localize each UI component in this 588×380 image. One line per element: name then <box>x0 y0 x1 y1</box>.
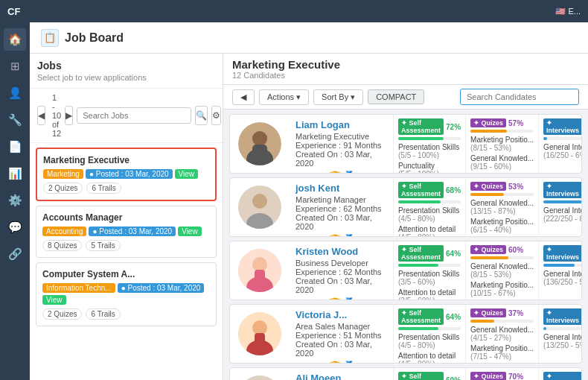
quizes-header: ✦ Quizes 70% <box>470 372 534 380</box>
jobs-search-btn[interactable]: 🔍 <box>195 106 208 125</box>
star-icon: ★ <box>307 171 316 174</box>
candidates-list: Liam Logan Marketing Executive Experienc… <box>223 110 588 380</box>
quizes-col: ✦ Quizes 37% General Knowled...(4/15 - 2… <box>466 305 539 363</box>
quiz-pct: 57% <box>508 119 523 127</box>
sidebar-grid[interactable]: ⊞ <box>4 55 26 77</box>
nav-prev-btn[interactable]: ◀ <box>232 89 255 105</box>
candidate-experience: Experience : 91 Months <box>295 141 387 150</box>
quiz-pct: 37% <box>508 309 523 317</box>
star-icon: ★ <box>295 171 304 174</box>
candidate-avatar <box>230 178 290 236</box>
candidate-avatar <box>230 368 290 380</box>
avatar <box>238 312 281 355</box>
candidate-role: Marketing Manager <box>295 195 387 204</box>
page-title: Job Board <box>65 31 124 45</box>
interviews-col: ✦ Interviews 6% General Interview(16/250… <box>539 115 582 173</box>
svg-rect-12 <box>255 270 265 282</box>
job-card[interactable]: Marketing ExecutiveMarketing● Posted : 0… <box>36 148 217 201</box>
sidebar-user[interactable]: 👤 <box>4 82 26 104</box>
quiz-bar-container <box>470 193 534 196</box>
sidebar-home[interactable]: 🏠 <box>4 28 26 51</box>
inter-badge: ✦ Interviews <box>543 118 582 135</box>
jobs-toolbar: ◀ 1 - 10 of 12 ▶ 🔍 ⚙ <box>30 89 223 143</box>
candidate-avatar <box>230 305 290 363</box>
candidate-name[interactable]: Liam Logan <box>295 119 387 130</box>
job-tag[interactable]: View <box>175 169 199 179</box>
sidebar-settings[interactable]: ⚙️ <box>4 189 26 212</box>
candidate-name[interactable]: Ali Moeen <box>295 373 387 380</box>
app-logo: CF <box>7 6 20 17</box>
self-item: Presentation Skills(4/5 - 80%) <box>398 206 461 223</box>
svg-point-7 <box>252 194 267 209</box>
jobs-search-input[interactable] <box>77 107 191 124</box>
sidebar-chart[interactable]: 📊 <box>4 162 26 185</box>
inter-bar-container <box>543 137 582 140</box>
content-area: Jobs Select job to view applications ◀ 1… <box>30 54 588 380</box>
page-header: 📋 Job Board <box>30 22 588 54</box>
candidate-icons: ★ ★ ★ 🏆 🥇 <box>295 361 387 364</box>
quiz-item: Marketing Positio...(8/15 - 53%) <box>470 136 534 152</box>
jobs-subtitle: Select job to view applications <box>37 73 215 82</box>
jobs-filter-btn[interactable]: ⚙ <box>211 106 221 125</box>
quiz-bar <box>470 193 504 196</box>
sidebar-doc[interactable]: 📄 <box>4 136 26 158</box>
sort-by-btn[interactable]: Sort By ▾ <box>313 89 363 105</box>
trophy-icon: 🏆 <box>329 361 341 364</box>
candidate-experience: Experience : 62 Months <box>295 267 387 276</box>
candidate-role: Marketing Executive <box>295 132 387 141</box>
job-badge: 5 Trails <box>86 240 120 251</box>
candidates-search-input[interactable] <box>460 89 579 105</box>
star-icon: ★ <box>318 234 327 237</box>
jobs-nav-next[interactable]: ▶ <box>65 106 73 125</box>
inter-badge: ✦ Interviews <box>543 182 582 198</box>
interview-item: General Interview(136/250 - 54%) <box>543 270 582 286</box>
jobs-count: 1 - 10 of 12 <box>52 93 61 138</box>
candidate-role: Area Sales Manager <box>295 322 387 331</box>
quiz-pct: 60% <box>508 246 523 254</box>
candidate-experience: Experience : 51 Months <box>295 331 387 340</box>
inter-bar <box>543 327 546 330</box>
self-item: Presentation Skills(3/5 - 60%) <box>398 270 461 286</box>
candidate-name[interactable]: josh Kent <box>295 183 387 194</box>
jobs-nav-prev[interactable]: ◀ <box>37 106 45 125</box>
flag-indicator: 🇺🇸 E... <box>555 7 581 16</box>
candidate-info: Victoria J... Area Sales Manager Experie… <box>290 305 394 363</box>
quizes-header: ✦ Quizes 57% <box>470 118 534 127</box>
candidate-row: josh Kent Marketing Manager Experience :… <box>229 177 582 237</box>
job-badge: 6 Trails <box>86 308 120 320</box>
actions-btn[interactable]: Actions ▾ <box>259 89 309 105</box>
sidebar-chat[interactable]: 💬 <box>4 216 26 238</box>
quiz-bar-container <box>470 130 534 133</box>
job-card-title: Computer System A... <box>42 269 210 279</box>
job-tag[interactable]: View <box>178 227 202 236</box>
quiz-item: General Knowled...(8/15 - 53%) <box>470 262 534 279</box>
sidebar-link[interactable]: 🔗 <box>4 243 26 265</box>
compact-btn[interactable]: COMPACT <box>368 89 424 104</box>
job-bottom: 8 Quizes5 Trails <box>42 240 210 251</box>
quiz-pct: 70% <box>508 373 523 381</box>
job-badge: 2 Quizes <box>43 183 83 194</box>
candidate-created: Created On : 03 Mar, 2020 <box>295 276 387 294</box>
candidate-created: Created On : 03 Mar, 2020 <box>295 340 387 358</box>
candidate-name[interactable]: Victoria J... <box>295 309 387 320</box>
job-tag[interactable]: View <box>42 295 66 305</box>
job-card[interactable]: Accounts ManagerAccounting● Posted : 03 … <box>36 206 217 258</box>
inter-bar <box>543 200 582 203</box>
page-icon: 📋 <box>41 29 59 47</box>
candidate-created: Created On : 03 Mar, 2020 <box>295 150 387 168</box>
job-card[interactable]: Computer System A...Information Techn...… <box>36 262 217 326</box>
candidate-name[interactable]: Kristen Wood <box>295 246 387 257</box>
self-bar <box>398 264 438 267</box>
self-pct: 64% <box>446 250 461 258</box>
quiz-badge: ✦ Quizes <box>470 245 506 254</box>
candidate-avatar <box>230 115 290 173</box>
sidebar: 🏠 ⊞ 👤 🔧 📄 📊 ⚙️ 💬 🔗 <box>0 22 30 380</box>
candidate-icons: ★ ★ ★ 🏆 🥇 <box>295 171 387 174</box>
self-assessment-header: ✦ Self Assessment 64% <box>398 308 461 325</box>
candidate-row: Ali Moeen Marketing Manager Experience :… <box>229 367 582 380</box>
trophy-icon: 🏆 <box>329 297 341 300</box>
sidebar-tools[interactable]: 🔧 <box>4 109 26 131</box>
trophy-icon: 🏆 <box>329 234 341 237</box>
job-tag: ● Posted : 03 Mar, 2020 <box>86 169 173 179</box>
jobs-title: Jobs <box>37 60 215 72</box>
